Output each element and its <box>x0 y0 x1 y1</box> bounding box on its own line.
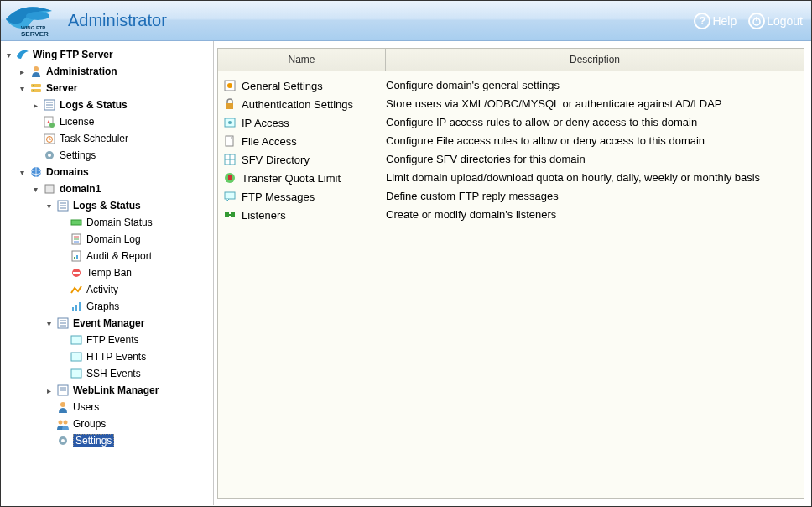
domain-icon <box>43 182 56 196</box>
grid-body: General Settings Configure domain's gene… <box>218 71 804 498</box>
tree-event-manager[interactable]: ▾ Event Manager <box>41 315 213 332</box>
tree-users[interactable]: Users <box>41 399 213 416</box>
tree-administration[interactable]: ▸ Administration <box>14 63 213 80</box>
tree-label: Logs & Status <box>73 200 141 212</box>
svg-rect-6 <box>31 84 41 87</box>
file-icon <box>223 134 237 148</box>
tree-root[interactable]: ▾ Wing FTP Server <box>1 46 213 63</box>
tree-server-license[interactable]: License <box>28 113 213 130</box>
svg-rect-42 <box>79 302 81 311</box>
tree-domain1[interactable]: ▾ domain1 <box>28 180 213 197</box>
tree-label: Server <box>46 82 77 94</box>
list-icon <box>56 199 70 212</box>
lock-icon <box>223 97 237 111</box>
row-transfer-quota-limit[interactable]: Transfer Quota Limit Limit domain upload… <box>218 169 804 187</box>
tree-label: Task Scheduler <box>60 133 128 144</box>
tree-domain-log[interactable]: Domain Log <box>55 231 213 248</box>
tree-label: Groups <box>73 418 106 430</box>
row-authentication-settings[interactable]: Authentication Settings Store users via … <box>218 95 804 113</box>
help-icon: ? <box>694 13 710 29</box>
tree-domain1-settings[interactable]: Settings <box>41 432 213 449</box>
tree-server[interactable]: ▾ Server <box>14 80 213 97</box>
admin-user-icon <box>29 65 43 78</box>
svg-rect-30 <box>71 220 81 225</box>
tree-ssh-events[interactable]: SSH Events <box>55 365 213 382</box>
row-desc: Configure File access rules to allow or … <box>386 134 799 148</box>
svg-point-59 <box>227 83 232 88</box>
svg-rect-49 <box>71 369 81 378</box>
svg-rect-69 <box>225 192 235 199</box>
event-icon <box>70 350 83 363</box>
svg-rect-25 <box>45 185 54 193</box>
col-header-name[interactable]: Name <box>218 49 386 71</box>
logout-button[interactable]: Logout <box>748 13 803 29</box>
tree-graphs[interactable]: Graphs <box>55 298 213 315</box>
tree-server-logs-status[interactable]: ▸ Logs & Status <box>28 97 213 113</box>
listeners-icon <box>223 208 237 222</box>
list-icon <box>56 384 70 397</box>
svg-point-57 <box>61 439 65 442</box>
tree-label: Domains <box>46 166 89 178</box>
tree-activity[interactable]: Activity <box>55 281 213 298</box>
grid-header: Name Description <box>218 49 804 71</box>
tree-server-task-scheduler[interactable]: Task Scheduler <box>28 130 213 147</box>
tree-label: Activity <box>86 284 118 295</box>
svg-rect-60 <box>226 103 233 109</box>
svg-point-21 <box>48 154 51 157</box>
svg-rect-70 <box>225 212 229 217</box>
row-name: SFV Directory <box>242 154 310 166</box>
tree-label: FTP Events <box>86 334 138 346</box>
svg-point-8 <box>33 85 34 86</box>
tree-label: Settings <box>73 434 114 447</box>
tree-label: Domain Log <box>86 233 141 245</box>
gear-icon <box>43 149 56 162</box>
row-desc: Configure domain's general settings <box>386 79 799 92</box>
svg-point-5 <box>34 66 39 71</box>
svg-point-62 <box>228 121 232 124</box>
row-ftp-messages[interactable]: FTP Messages Define custom FTP reply mes… <box>218 187 804 206</box>
report-icon <box>70 249 83 263</box>
logout-label: Logout <box>767 14 803 28</box>
expand-icon: ▸ <box>31 101 39 109</box>
row-desc: Store users via XML/ODBC/MYSQL or authen… <box>386 97 799 111</box>
row-sfv-directory[interactable]: SFV Directory Configure SFV directories … <box>218 150 804 169</box>
expand-icon: ▾ <box>31 185 39 193</box>
log-icon <box>70 233 83 246</box>
tree-groups[interactable]: Groups <box>41 416 213 432</box>
row-file-access[interactable]: File Access Configure File access rules … <box>218 132 804 150</box>
svg-text:SERVER: SERVER <box>21 30 49 38</box>
svg-point-9 <box>33 90 34 91</box>
sidebar-tree: ▾ Wing FTP Server ▸ Administration <box>1 41 214 505</box>
list-icon <box>56 316 70 330</box>
tree-temp-ban[interactable]: Temp Ban <box>55 264 213 281</box>
wing-logo-icon: WING FTP SERVER <box>6 4 65 38</box>
svg-rect-48 <box>71 353 81 361</box>
tree-label: WebLink Manager <box>73 384 159 396</box>
tree-server-settings[interactable]: Settings <box>28 147 213 164</box>
settings-page-icon <box>223 79 237 92</box>
clock-icon <box>43 132 56 145</box>
tree-domain1-logs-status[interactable]: ▾ Logs & Status <box>41 197 213 214</box>
svg-rect-71 <box>231 212 235 217</box>
tree-label: Audit & Report <box>86 250 152 262</box>
tree-http-events[interactable]: HTTP Events <box>55 348 213 365</box>
svg-point-15 <box>49 123 55 128</box>
expand-icon: ▾ <box>4 50 13 59</box>
row-desc: Configure SFV directories for this domai… <box>386 153 799 166</box>
row-ip-access[interactable]: IP Access Configure IP access rules to a… <box>218 113 804 132</box>
event-icon <box>70 367 83 380</box>
row-desc: Configure IP access rules to allow or de… <box>386 116 799 129</box>
tree-audit-report[interactable]: Audit & Report <box>55 248 213 264</box>
expand-icon: ▾ <box>44 319 53 327</box>
tree-weblink-manager[interactable]: ▸WebLink Manager <box>41 382 213 399</box>
tree-label: Graphs <box>86 301 119 312</box>
row-listeners[interactable]: Listeners Create or modify domain's list… <box>218 206 804 224</box>
tree-domain-status[interactable]: Domain Status <box>55 214 213 231</box>
tree-ftp-events[interactable]: FTP Events <box>55 332 213 348</box>
tree-domains[interactable]: ▾ Domains <box>14 164 213 180</box>
help-button[interactable]: ? Help <box>694 13 737 29</box>
row-general-settings[interactable]: General Settings Configure domain's gene… <box>218 76 804 95</box>
content-panel: Name Description General Settings Config… <box>217 48 804 499</box>
col-header-description[interactable]: Description <box>386 49 804 71</box>
svg-rect-41 <box>75 305 77 311</box>
